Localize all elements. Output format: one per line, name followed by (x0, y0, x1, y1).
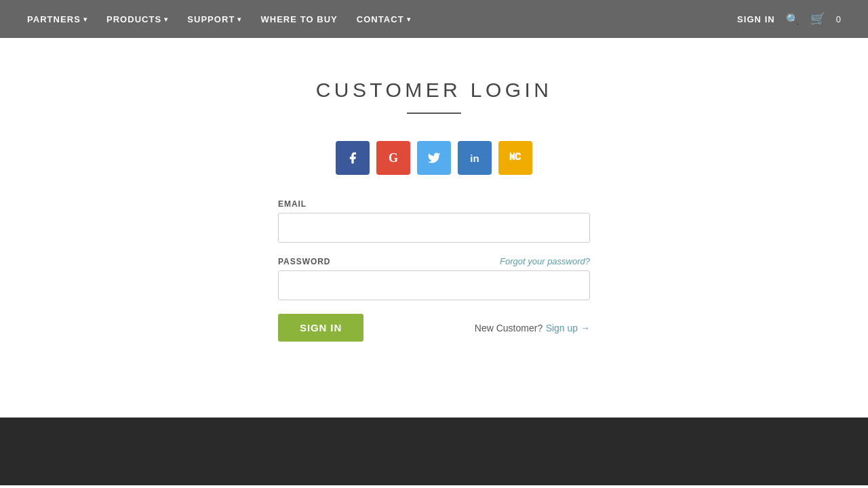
sign-in-button[interactable]: SIGN IN (278, 314, 363, 342)
email-input[interactable] (278, 213, 590, 243)
facebook-login-button[interactable] (336, 141, 370, 175)
forgot-password-link[interactable]: Forgot your password? (500, 256, 590, 266)
twitter-icon (427, 151, 441, 165)
support-dropdown-icon: ▾ (237, 16, 241, 23)
nav-item-support[interactable]: SUPPORT ▾ (187, 14, 241, 24)
nav-item-products[interactable]: PRODUCTS ▾ (106, 14, 168, 24)
google-login-button[interactable]: G (376, 141, 410, 175)
social-buttons: G in 🅪 (336, 141, 532, 175)
navbar: PARTNERS ▾ PRODUCTS ▾ SUPPORT ▾ WHERE TO… (0, 0, 868, 38)
linkedin-login-button[interactable]: in (458, 141, 492, 175)
search-icon[interactable]: 🔍 (786, 13, 800, 26)
sign-in-nav-link[interactable]: SIGN IN (737, 14, 775, 24)
navbar-left: PARTNERS ▾ PRODUCTS ▾ SUPPORT ▾ WHERE TO… (27, 14, 411, 24)
nav-item-partners[interactable]: PARTNERS ▾ (27, 14, 87, 24)
form-actions: SIGN IN New Customer? Sign up → (278, 314, 590, 342)
nav-item-contact[interactable]: CONTACT ▾ (357, 14, 411, 24)
email-label: EMAIL (278, 199, 590, 209)
google-icon: G (389, 151, 398, 165)
password-label: PASSWORD (278, 257, 330, 266)
amazon-login-button[interactable]: 🅪 (498, 141, 532, 175)
login-form: EMAIL PASSWORD Forgot your password? SIG… (278, 199, 590, 342)
footer (0, 418, 868, 485)
cart-icon[interactable]: 🛒 (810, 12, 825, 26)
contact-dropdown-icon: ▾ (407, 16, 411, 23)
main-content: CUSTOMER LOGIN G in 🅪 EMAIL (0, 38, 868, 418)
page-title: CUSTOMER LOGIN (316, 79, 552, 102)
twitter-login-button[interactable] (417, 141, 451, 175)
facebook-icon (346, 151, 359, 165)
sign-up-link[interactable]: Sign up → (546, 323, 590, 333)
new-customer-area: New Customer? Sign up → (475, 322, 590, 334)
nav-item-where-to-buy[interactable]: WHERE TO BUY (260, 14, 337, 24)
email-field-row: EMAIL (278, 199, 590, 243)
products-dropdown-icon: ▾ (164, 16, 168, 23)
password-input[interactable] (278, 270, 590, 300)
title-divider (407, 113, 461, 114)
password-field-row: PASSWORD Forgot your password? (278, 256, 590, 300)
new-customer-text: New Customer? (475, 323, 542, 333)
linkedin-icon: in (470, 152, 479, 164)
password-field-header: PASSWORD Forgot your password? (278, 256, 590, 266)
partners-dropdown-icon: ▾ (83, 16, 87, 23)
cart-count: 0 (836, 14, 841, 24)
navbar-right: SIGN IN 🔍 🛒 0 (737, 12, 841, 26)
amazon-icon: 🅪 (508, 149, 523, 167)
